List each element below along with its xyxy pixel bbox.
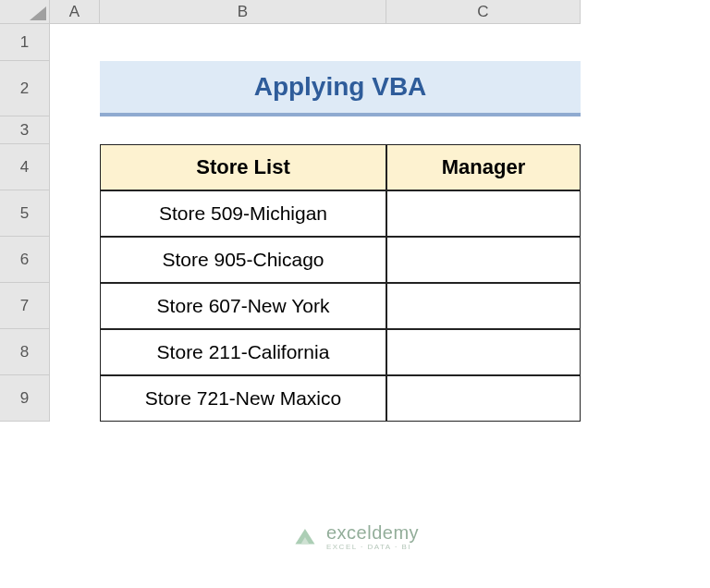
col-header-b[interactable]: B	[100, 0, 386, 24]
select-all-corner[interactable]	[0, 0, 50, 24]
cell-a4[interactable]	[50, 144, 100, 190]
col-header-c[interactable]: C	[386, 0, 581, 24]
row-header-3[interactable]: 3	[0, 116, 50, 144]
cell-a3[interactable]	[50, 116, 100, 144]
spreadsheet-grid: A B C 1 2 Applying VBA 3 4 Store List Ma…	[0, 0, 710, 422]
row-header-9[interactable]: 9	[0, 375, 50, 422]
table-row[interactable]: Store 905-Chicago	[100, 237, 386, 283]
row-header-6[interactable]: 6	[0, 237, 50, 283]
cell-a8[interactable]	[50, 329, 100, 375]
row-header-7[interactable]: 7	[0, 283, 50, 329]
col-header-a[interactable]: A	[50, 0, 100, 24]
row-header-1[interactable]: 1	[0, 24, 50, 61]
row-header-5[interactable]: 5	[0, 190, 50, 237]
table-row[interactable]	[386, 329, 581, 375]
cell-b1[interactable]	[100, 24, 386, 61]
table-row[interactable]	[386, 375, 581, 422]
table-header-store-list[interactable]: Store List	[100, 144, 386, 190]
row-header-4[interactable]: 4	[0, 144, 50, 190]
cell-c1[interactable]	[386, 24, 581, 61]
table-header-manager[interactable]: Manager	[386, 144, 581, 190]
cell-a9[interactable]	[50, 375, 100, 422]
row-header-2[interactable]: 2	[0, 61, 50, 116]
table-row[interactable]: Store 721-New Maxico	[100, 375, 386, 422]
cell-a1[interactable]	[50, 24, 100, 61]
table-row[interactable]	[386, 190, 581, 237]
exceldemy-logo-icon	[291, 523, 319, 551]
table-row[interactable]: Store 509-Michigan	[100, 190, 386, 237]
row-header-8[interactable]: 8	[0, 329, 50, 375]
watermark: exceldemy EXCEL · DATA · BI	[291, 523, 419, 551]
cell-b3[interactable]	[100, 116, 386, 144]
cell-a2[interactable]	[50, 61, 100, 116]
table-row[interactable]: Store 607-New York	[100, 283, 386, 329]
watermark-tagline: EXCEL · DATA · BI	[326, 544, 419, 551]
table-row[interactable]: Store 211-California	[100, 329, 386, 375]
cell-a5[interactable]	[50, 190, 100, 237]
cell-a6[interactable]	[50, 237, 100, 283]
cell-a7[interactable]	[50, 283, 100, 329]
table-row[interactable]	[386, 283, 581, 329]
table-row[interactable]	[386, 237, 581, 283]
title-cell[interactable]: Applying VBA	[100, 61, 581, 116]
watermark-brand: exceldemy	[326, 523, 419, 542]
cell-c3[interactable]	[386, 116, 581, 144]
